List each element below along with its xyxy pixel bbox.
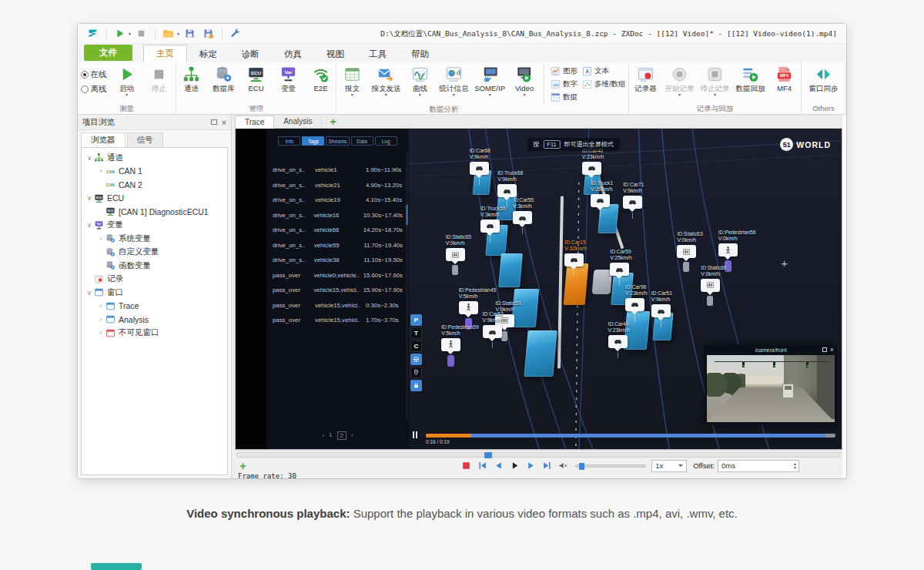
- vehicle-box[interactable]: [524, 330, 557, 377]
- step-forward-button[interactable]: [524, 460, 537, 471]
- panel-tab[interactable]: Log: [375, 136, 397, 146]
- locate-button[interactable]: [410, 367, 422, 378]
- menu-tab[interactable]: 诊断: [229, 46, 272, 62]
- chevron-down-icon[interactable]: ▾: [177, 31, 179, 36]
- ribbon-small-button[interactable]: 数字: [548, 78, 580, 91]
- table-row[interactable]: drive_on_s..vehicle194.10s~15.40s: [273, 193, 403, 208]
- mute-speaker-icon[interactable]: [557, 460, 570, 471]
- vehicle-box[interactable]: [652, 313, 673, 340]
- vehicle-box[interactable]: [498, 253, 523, 287]
- speed-select[interactable]: 1x: [651, 460, 687, 472]
- tree-item[interactable]: 函数变量: [82, 259, 227, 273]
- vehicle-box[interactable]: [591, 270, 612, 294]
- workspace-tab[interactable]: Trace: [235, 116, 274, 129]
- tree-item[interactable]: [CAN 1] DiagnosticECU1: [82, 205, 227, 219]
- tree-item[interactable]: ›不可见窗口: [82, 327, 227, 340]
- menu-tab[interactable]: 标定: [187, 46, 229, 62]
- play-button[interactable]: [508, 460, 521, 471]
- ribbon-small-button[interactable]: 图形: [548, 65, 580, 78]
- vehicle-box[interactable]: [473, 170, 492, 195]
- panel-p-button[interactable]: P: [410, 314, 422, 326]
- expander-icon[interactable]: ∨: [85, 154, 94, 162]
- scrollbar[interactable]: [406, 152, 408, 418]
- volume-handle[interactable]: [579, 463, 584, 470]
- quick-stop-button[interactable]: [132, 26, 149, 42]
- ribbon-button[interactable]: 统计信息▾: [437, 65, 470, 98]
- pager-page[interactable]: 2: [337, 431, 346, 440]
- pause-button[interactable]: [413, 431, 417, 438]
- table-row[interactable]: drive_on_s..vehicle6614.20s~18.70s: [273, 223, 403, 238]
- vehicle-box[interactable]: [511, 289, 539, 327]
- tree-item[interactable]: ∨窗口: [82, 286, 227, 300]
- vehicle-box[interactable]: [583, 170, 601, 195]
- panel-tab[interactable]: Info: [278, 136, 300, 146]
- ribbon-button[interactable]: MF4▾: [769, 65, 800, 98]
- expander-icon[interactable]: ›: [96, 316, 105, 324]
- ribbon-button[interactable]: SOME/IP▾: [472, 65, 507, 98]
- float-panel-icon[interactable]: [211, 119, 217, 125]
- skip-start-button[interactable]: [476, 460, 489, 471]
- table-row[interactable]: drive_on_s..vehicle214.90s~13.20s: [273, 178, 403, 193]
- step-back-button[interactable]: [492, 460, 505, 471]
- ribbon-button[interactable]: 报文▾: [336, 65, 367, 98]
- ribbon-button[interactable]: Video▾: [509, 65, 540, 98]
- tree-item[interactable]: 自定义变量: [82, 246, 227, 260]
- ribbon-button[interactable]: ECU▾: [241, 65, 272, 98]
- expander-icon[interactable]: ∨: [85, 221, 94, 229]
- tree-item[interactable]: ›系统变量: [82, 232, 227, 246]
- panel-tab[interactable]: Streams: [326, 136, 349, 146]
- chevron-down-icon[interactable]: ▾: [129, 31, 131, 36]
- tree-item[interactable]: CAN 2: [82, 178, 227, 192]
- skip-end-button[interactable]: [541, 460, 554, 471]
- panel-t-button[interactable]: T: [410, 327, 422, 339]
- ribbon-button[interactable]: 通道▾: [176, 65, 207, 98]
- pager-next[interactable]: ›: [351, 432, 353, 439]
- offset-input[interactable]: 0ms▲▼: [718, 460, 799, 472]
- stop-button[interactable]: 停止▾: [144, 65, 175, 98]
- workspace-tab[interactable]: Analysis: [274, 116, 322, 128]
- slider-handle[interactable]: [484, 452, 492, 458]
- simulation-scene[interactable]: ID:Car68V:9km/hID:Truck68V:9km/hID:Car46…: [409, 129, 842, 449]
- start-button[interactable]: 启动▾: [112, 65, 142, 98]
- offline-radio[interactable]: 离线: [81, 84, 107, 95]
- pager-prev[interactable]: ‹: [322, 432, 324, 439]
- ribbon-small-button[interactable]: 文本: [580, 65, 628, 78]
- vehicle-box[interactable]: [598, 204, 619, 233]
- tree-item[interactable]: ›Analysis: [82, 313, 227, 327]
- ribbon-button[interactable]: 曲线▾: [404, 65, 435, 98]
- vehicle-box[interactable]: [497, 193, 517, 220]
- window-sync-button[interactable]: 窗口同步▾: [807, 65, 841, 98]
- expander-icon[interactable]: ›: [96, 235, 105, 243]
- add-button[interactable]: +: [239, 461, 246, 471]
- pager-page[interactable]: 1: [329, 431, 332, 440]
- tree-item[interactable]: ›CAN 1: [82, 165, 227, 179]
- volume-slider[interactable]: [575, 464, 646, 468]
- expander-icon[interactable]: ›: [96, 167, 105, 175]
- ribbon-button[interactable]: E2E▾: [306, 65, 336, 98]
- video-progress-bar[interactable]: [426, 434, 835, 438]
- ribbon-small-button[interactable]: 多维/数组: [580, 78, 628, 91]
- spinner-arrows[interactable]: ▲▼: [793, 462, 797, 470]
- menu-tab[interactable]: 工具: [357, 46, 399, 62]
- table-row[interactable]: pass_overvehicle0,vehicle..15.60s~17.60s: [273, 268, 403, 283]
- table-row[interactable]: pass_overvehicle15,vehicl..0.30s~2.30s: [273, 298, 403, 314]
- menu-tab[interactable]: 仿真: [272, 46, 314, 62]
- ribbon-button[interactable]: 停止记录▾: [698, 65, 732, 98]
- record-stop-button[interactable]: [460, 460, 473, 471]
- ribbon-button[interactable]: 开始记录▾: [663, 65, 697, 98]
- panel-tab[interactable]: Data: [351, 136, 373, 146]
- explorer-tab[interactable]: 信号: [127, 132, 163, 147]
- vehicle-box[interactable]: [624, 311, 650, 350]
- save-as-button[interactable]: [199, 26, 216, 42]
- open-file-button[interactable]: [159, 26, 176, 42]
- menu-tab[interactable]: 视图: [314, 46, 357, 62]
- table-row[interactable]: pass_overvehicle15,vehicl..15.90s~17.90s: [273, 283, 403, 298]
- expander-icon[interactable]: ∨: [85, 194, 94, 202]
- drive-mode-button[interactable]: [410, 354, 422, 365]
- tree-item[interactable]: ∨ECU: [82, 192, 227, 206]
- camera-inset[interactable]: /camera/front×: [705, 344, 837, 424]
- sync-slider[interactable]: [236, 452, 841, 458]
- expander-icon[interactable]: ∨: [85, 289, 94, 297]
- ribbon-button[interactable]: 报文发送▾: [369, 65, 403, 98]
- quick-start-button[interactable]: [111, 26, 128, 42]
